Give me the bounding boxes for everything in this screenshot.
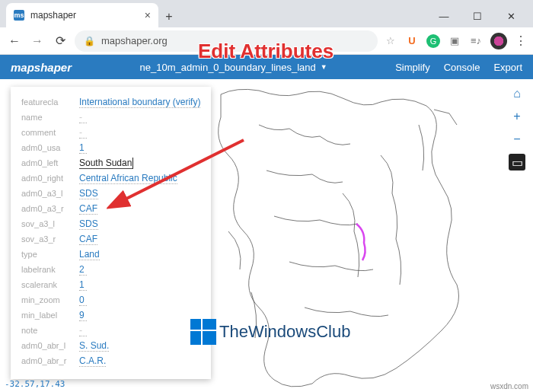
dropdown-triangle-icon: ▼	[321, 63, 327, 71]
extension-grammarly-icon[interactable]: G	[426, 34, 440, 48]
attr-key: min_label	[21, 311, 79, 320]
window-close-button[interactable]: ✕	[495, 5, 527, 27]
attr-value[interactable]: -	[79, 325, 87, 336]
reload-button[interactable]: ⟳	[52, 33, 69, 48]
attr-value[interactable]: 0	[79, 295, 87, 306]
attr-key: note	[21, 326, 79, 335]
tab-title: mapshaper	[30, 10, 76, 21]
attr-row: sov_a3_lSDS	[21, 216, 200, 231]
attr-row: name-	[21, 110, 200, 125]
attr-value[interactable]: Land	[79, 249, 100, 260]
attr-key: adm0_abr_l	[21, 341, 79, 350]
browser-tab[interactable]: ms mapshaper ×	[6, 3, 158, 27]
attr-key: adm0_usa	[21, 143, 79, 152]
attr-key: labelrank	[21, 265, 79, 274]
app-actions: Simplify Console Export	[395, 62, 522, 73]
attr-value[interactable]: C.A.R.	[79, 355, 106, 367]
attr-value[interactable]: Central African Republic	[79, 173, 177, 184]
attr-row: sov_a3_rCAF	[21, 231, 200, 247]
attr-row: adm0_usa1	[21, 140, 200, 155]
attr-key: min_zoom	[21, 295, 79, 304]
address-bar[interactable]: 🔒 mapshaper.org	[75, 30, 378, 52]
attr-value[interactable]: CAF	[79, 203, 97, 215]
extension-list-icon[interactable]: ≡♪	[469, 34, 483, 48]
attr-key: name	[21, 113, 79, 122]
attr-row: adm0_abr_lS. Sud.	[21, 338, 200, 353]
attr-key: adm0_abr_r	[21, 356, 79, 365]
app-header: mapshaper ne_10m_admin_0_boundary_lines_…	[0, 55, 533, 79]
attr-key: sov_a3_l	[21, 219, 79, 228]
attr-key: comment	[21, 128, 79, 137]
window-controls: — ☐ ✕	[428, 5, 527, 27]
forward-button[interactable]: →	[29, 34, 46, 48]
attr-row: comment-	[21, 125, 200, 140]
attr-row: typeLand	[21, 247, 200, 262]
layer-dropdown[interactable]: ne_10m_admin_0_boundary_lines_land ▼	[140, 62, 327, 73]
browser-menu-button[interactable]: ⋮	[515, 33, 527, 48]
attr-row: adm0_rightCentral African Republic	[21, 171, 200, 186]
attribute-panel: featureclaInternational boundary (verify…	[11, 87, 211, 379]
console-button[interactable]: Console	[444, 62, 480, 73]
attr-value[interactable]: 2	[79, 264, 87, 276]
inspect-tool-button[interactable]: ▭	[509, 154, 525, 171]
attr-row: adm0_abr_rC.A.R.	[21, 353, 200, 368]
attr-value[interactable]: SDS	[79, 188, 98, 199]
attr-key: adm0_a3_r	[21, 204, 79, 213]
source-label: wsxdn.com	[490, 382, 528, 390]
back-button[interactable]: ←	[6, 34, 23, 48]
attr-key: adm0_a3_l	[21, 189, 79, 198]
zoom-out-button[interactable]: −	[509, 131, 525, 148]
zoom-in-button[interactable]: +	[509, 108, 525, 125]
attr-key: type	[21, 250, 79, 259]
attr-row: min_zoom0	[21, 292, 200, 308]
extension-icons: ☆ U G ▣ ≡♪ ⋮	[384, 33, 527, 49]
browser-toolbar: ← → ⟳ 🔒 mapshaper.org ☆ U G ▣ ≡♪ ⋮	[0, 27, 533, 55]
attr-row: adm0_leftSouth Sudan	[21, 155, 200, 171]
home-tool-icon[interactable]: ⌂	[509, 85, 525, 102]
map-tools: ⌂ + − ▭	[509, 85, 525, 171]
url-text: mapshaper.org	[101, 35, 168, 46]
star-icon[interactable]: ☆	[384, 34, 397, 48]
attr-key: sov_a3_r	[21, 234, 79, 244]
export-button[interactable]: Export	[493, 62, 522, 73]
attr-row: adm0_a3_lSDS	[21, 186, 200, 201]
selected-feature-line	[356, 224, 365, 260]
attr-key: scalerank	[21, 280, 79, 289]
extension-generic-icon[interactable]: ▣	[448, 34, 461, 48]
attr-key: adm0_right	[21, 174, 79, 183]
simplify-button[interactable]: Simplify	[395, 62, 430, 73]
attr-value[interactable]: 1	[79, 279, 87, 291]
attr-row: min_label9	[21, 308, 200, 323]
attr-value[interactable]: International boundary (verify)	[79, 97, 200, 108]
tab-close-button[interactable]: ×	[145, 9, 151, 21]
lock-icon: 🔒	[84, 36, 95, 46]
attr-row: note-	[21, 323, 200, 338]
cursor-coordinates: -32.57,17.43	[5, 379, 65, 389]
attr-key: featurecla	[21, 97, 79, 107]
app-logo: mapshaper	[11, 61, 72, 74]
attr-row: labelrank2	[21, 262, 200, 277]
attr-row: adm0_a3_rCAF	[21, 201, 200, 216]
tab-favicon: ms	[14, 10, 24, 21]
attr-value[interactable]: -	[79, 127, 87, 139]
attr-value[interactable]: 1	[79, 142, 87, 154]
attr-value[interactable]: 9	[79, 310, 87, 321]
browser-titlebar: ms mapshaper × + — ☐ ✕	[0, 0, 533, 27]
extension-u-icon[interactable]: U	[405, 34, 419, 48]
attr-value[interactable]: CAF	[79, 234, 97, 245]
attr-value[interactable]: S. Sud.	[79, 340, 109, 352]
attr-value-editing[interactable]: South Sudan	[79, 158, 133, 169]
attr-row: scalerank1	[21, 277, 200, 292]
map-canvas[interactable]: ⌂ + − ▭ featureclaInternational boundary…	[0, 79, 533, 392]
attr-key: adm0_left	[21, 158, 79, 167]
maximize-button[interactable]: ☐	[461, 5, 493, 27]
minimize-button[interactable]: —	[428, 5, 460, 27]
new-tab-button[interactable]: +	[158, 6, 180, 27]
attr-value[interactable]: -	[79, 112, 87, 123]
profile-avatar[interactable]	[490, 33, 507, 49]
attr-value[interactable]: SDS	[79, 218, 98, 230]
current-file-label: ne_10m_admin_0_boundary_lines_land	[140, 62, 316, 73]
attr-row: featureclaInternational boundary (verify…	[21, 94, 200, 110]
